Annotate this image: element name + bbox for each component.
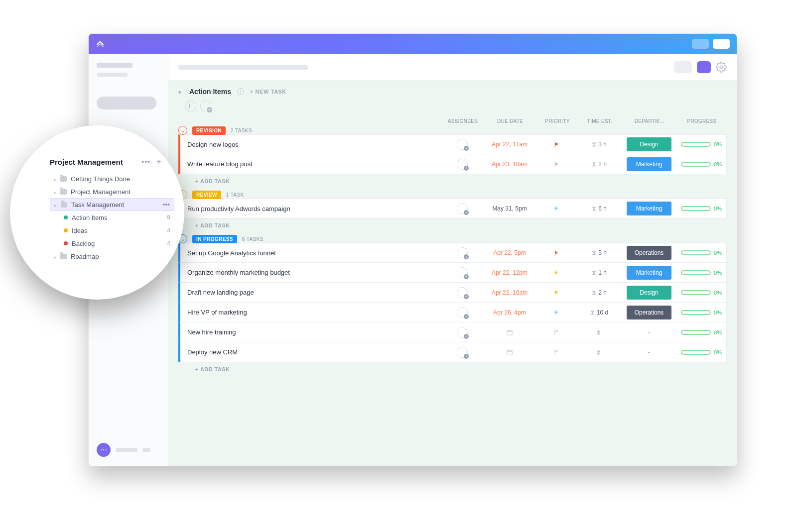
due-date[interactable]: [482, 329, 537, 336]
priority-flag-icon[interactable]: [537, 309, 577, 316]
add-task-button[interactable]: + ADD TASK: [178, 218, 727, 228]
sidebar-list[interactable]: Backlog 4: [50, 237, 174, 250]
time-estimate[interactable]: ⧗2 h: [577, 160, 622, 168]
time-estimate[interactable]: ⧗: [577, 328, 622, 336]
chat-fab-icon[interactable]: [97, 443, 111, 457]
due-date[interactable]: May 31, 5pm: [482, 205, 537, 212]
due-date[interactable]: Apr 23, 10am: [482, 161, 537, 168]
time-estimate[interactable]: ⧗: [577, 348, 622, 356]
priority-flag-icon[interactable]: [537, 269, 577, 276]
sidebar-folder[interactable]: Task Management •••: [50, 198, 174, 211]
progress-cell[interactable]: 0%: [676, 206, 726, 212]
department-cell[interactable]: Design: [622, 137, 676, 151]
task-title[interactable]: Set up Google Analytics funnel: [180, 249, 442, 257]
time-estimate[interactable]: ⧗2 h: [577, 289, 622, 297]
priority-flag-icon[interactable]: [537, 249, 577, 256]
titlebar-pill-active[interactable]: [713, 39, 730, 49]
department-cell[interactable]: Operations: [622, 246, 676, 260]
sidebar-folder[interactable]: Roadmap: [50, 250, 174, 263]
progress-cell[interactable]: 0%: [676, 329, 726, 335]
task-row[interactable]: Organize monthly marketing budget + Apr …: [178, 263, 727, 283]
priority-flag-icon[interactable]: [537, 205, 577, 212]
group-collapse-icon[interactable]: ⌄: [178, 126, 187, 135]
sidebar-folder[interactable]: Project Management: [50, 185, 174, 198]
progress-cell[interactable]: 0%: [676, 141, 726, 147]
more-icon[interactable]: •••: [162, 201, 170, 209]
time-estimate[interactable]: ⧗5 h: [577, 249, 622, 257]
toolbar-button-primary[interactable]: [697, 61, 711, 73]
department-cell[interactable]: Operations: [622, 306, 676, 319]
task-row[interactable]: Draft new landing page + Apr 22, 10am ⧗2…: [178, 283, 727, 303]
priority-flag-icon[interactable]: [537, 161, 577, 168]
progress-cell[interactable]: 0%: [676, 270, 726, 276]
progress-cell[interactable]: 0%: [676, 290, 726, 296]
titlebar-pill[interactable]: [692, 39, 709, 49]
task-title[interactable]: Run productivity Adwords campaign: [180, 205, 442, 213]
assignee-cell[interactable]: +: [442, 287, 482, 298]
task-row[interactable]: Hire VP of marketing + Apr 26, 4pm ⧗10 d…: [178, 303, 727, 322]
sidebar-search-placeholder[interactable]: [97, 97, 156, 109]
assignee-cell[interactable]: +: [442, 139, 482, 150]
sidebar-list[interactable]: Ideas 4: [50, 224, 174, 237]
time-estimate[interactable]: ⧗1 h: [577, 269, 622, 277]
priority-flag-icon[interactable]: [537, 329, 577, 336]
task-title[interactable]: Deploy new CRM: [180, 348, 442, 356]
due-date[interactable]: [482, 349, 537, 356]
task-row[interactable]: New hire training + ⧗ - 0%: [178, 322, 727, 342]
assignee-cell[interactable]: +: [442, 267, 482, 278]
assignee-cell[interactable]: +: [442, 159, 482, 170]
more-icon[interactable]: •••: [141, 158, 150, 166]
status-chip[interactable]: IN PROGRESS: [192, 235, 237, 243]
department-cell[interactable]: -: [622, 328, 676, 336]
task-row[interactable]: Set up Google Analytics funnel + Apr 22,…: [178, 243, 727, 263]
department-cell[interactable]: Marketing: [622, 202, 676, 215]
assignee-cell[interactable]: +: [442, 203, 482, 214]
department-cell[interactable]: Marketing: [622, 266, 676, 280]
due-date[interactable]: Apr 22, 12pm: [482, 269, 537, 276]
time-estimate[interactable]: ⧗10 d: [577, 309, 622, 317]
add-assignee-icon[interactable]: +: [200, 101, 211, 111]
due-date[interactable]: Apr 22, 10am: [482, 289, 537, 296]
department-cell[interactable]: Marketing: [622, 157, 676, 171]
assignee-cell[interactable]: +: [442, 327, 482, 338]
task-title[interactable]: Write feature blog post: [180, 160, 442, 168]
new-task-button[interactable]: + NEW TASK: [250, 89, 286, 95]
sidebar-folder[interactable]: Getting Things Done: [50, 172, 174, 185]
toolbar-button[interactable]: [674, 61, 692, 73]
section-collapse-icon[interactable]: [178, 88, 183, 96]
time-estimate[interactable]: ⧗3 h: [577, 140, 622, 148]
task-row[interactable]: Write feature blog post + Apr 23, 10am ⧗…: [178, 154, 727, 174]
status-chip[interactable]: REVISION: [192, 126, 226, 135]
time-estimate[interactable]: ⧗6 h: [577, 205, 622, 213]
progress-cell[interactable]: 0%: [676, 161, 726, 167]
priority-flag-icon[interactable]: [537, 349, 577, 356]
status-chip[interactable]: REVIEW: [192, 191, 221, 199]
task-title[interactable]: Hire VP of marketing: [180, 309, 442, 316]
task-row[interactable]: Run productivity Adwords campaign + May …: [178, 199, 727, 218]
add-task-button[interactable]: + ADD TASK: [178, 174, 727, 184]
settings-icon[interactable]: [716, 62, 727, 73]
space-name[interactable]: Project Management: [50, 158, 123, 166]
task-title[interactable]: Draft new landing page: [180, 289, 442, 296]
add-flag-icon[interactable]: [185, 101, 196, 111]
add-icon[interactable]: ＋: [155, 157, 162, 166]
department-cell[interactable]: -: [622, 348, 676, 356]
task-title[interactable]: Design new logos: [180, 141, 442, 148]
info-icon[interactable]: i: [237, 88, 244, 95]
assignee-cell[interactable]: +: [442, 347, 482, 358]
department-cell[interactable]: Design: [622, 286, 676, 300]
priority-flag-icon[interactable]: [537, 289, 577, 296]
progress-cell[interactable]: 0%: [676, 310, 726, 316]
due-date[interactable]: Apr 22, 11am: [482, 141, 537, 148]
task-title[interactable]: Organize monthly marketing budget: [180, 269, 442, 276]
assignee-cell[interactable]: +: [442, 307, 482, 318]
due-date[interactable]: Apr 22, 5pm: [482, 249, 537, 256]
progress-cell[interactable]: 0%: [676, 349, 726, 355]
progress-cell[interactable]: 0%: [676, 250, 726, 256]
priority-flag-icon[interactable]: [537, 141, 577, 148]
task-row[interactable]: Design new logos + Apr 22, 11am ⧗3 h Des…: [178, 134, 727, 154]
task-title[interactable]: New hire training: [180, 328, 442, 336]
task-row[interactable]: Deploy new CRM + ⧗ - 0%: [178, 342, 727, 362]
assignee-cell[interactable]: +: [442, 247, 482, 258]
add-task-button[interactable]: + ADD TASK: [178, 362, 727, 372]
